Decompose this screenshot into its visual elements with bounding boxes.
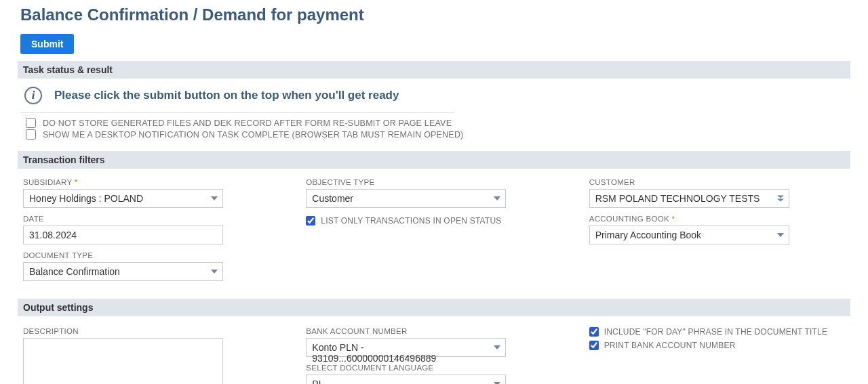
label-customer: CUSTOMER [589,178,845,186]
label-include-for-day: INCLUDE "FOR DAY" PHRASE IN THE DOCUMENT… [604,327,828,337]
label-accounting-book: ACCOUNTING BOOK * [589,215,845,223]
checkbox-print-bank[interactable] [589,341,599,350]
doc-language-select[interactable]: PL [306,375,506,384]
doc-language-value: PL [306,375,506,384]
label-date: DATE [23,215,279,223]
section-task-status: Task status & result [18,61,850,79]
submit-button[interactable]: Submit [20,34,74,54]
label-objective-type: OBJECTIVE TYPE [306,178,561,186]
subsidiary-select[interactable]: Honey Holdings : POLAND [23,189,223,208]
label-show-notification: SHOW ME A DESKTOP NOTIFICATION ON TASK C… [43,130,463,140]
checkbox-list-open[interactable] [306,216,315,226]
checkbox-show-notification[interactable] [26,129,36,140]
label-bank-account: BANK ACCOUNT NUMBER [306,327,561,335]
document-type-select[interactable]: Balance Confirmation [23,262,223,281]
label-doc-language: SELECT DOCUMENT LANGUAGE [306,364,561,372]
objective-type-value: Customer [306,189,506,208]
info-message: Please click the submit button on the to… [54,89,399,102]
customer-select[interactable]: RSM POLAND TECHNOLOGY TESTS [589,189,789,208]
description-textarea[interactable] [23,338,223,384]
accounting-book-select[interactable]: Primary Accounting Book [589,226,789,244]
label-do-not-store: DO NOT STORE GENERATED FILES AND DEK REC… [43,119,452,128]
label-document-type: DOCUMENT TYPE [23,251,279,259]
document-type-value: Balance Confirmation [23,262,223,281]
section-output-settings: Output settings [18,299,850,316]
page-title: Balance Confirmation / Demand for paymen… [20,5,848,24]
label-list-open: LIST ONLY TRANSACTIONS IN OPEN STATUS [321,216,501,226]
date-input[interactable] [23,226,223,244]
objective-type-select[interactable]: Customer [306,189,506,208]
checkbox-include-for-day[interactable] [589,327,599,337]
label-subsidiary: SUBSIDIARY * [23,178,279,186]
info-row: i Please click the submit button on the … [20,84,848,110]
label-print-bank: PRINT BANK ACCOUNT NUMBER [604,341,736,350]
divider [20,112,454,113]
accounting-book-value: Primary Accounting Book [589,226,789,244]
label-description: DESCRIPTION [23,327,279,335]
bank-account-value: Konto PLN - 93109...60000000146496889 [306,338,506,357]
bank-account-select[interactable]: Konto PLN - 93109...60000000146496889 [306,338,506,357]
checkbox-do-not-store[interactable] [26,118,36,128]
customer-value: RSM POLAND TECHNOLOGY TESTS [589,189,789,208]
info-icon: i [24,87,42,104]
section-transaction-filters: Transaction filters [18,151,850,169]
subsidiary-value: Honey Holdings : POLAND [23,189,223,208]
